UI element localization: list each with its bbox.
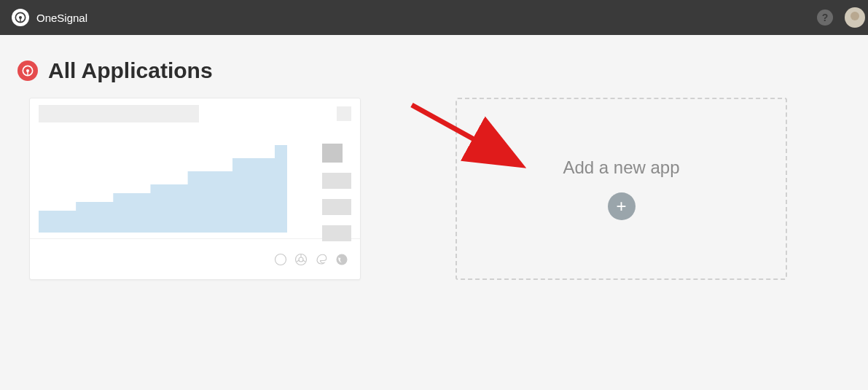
- blurred-stats: [322, 144, 351, 241]
- help-icon[interactable]: ?: [817, 9, 833, 26]
- chrome-icon: [294, 253, 308, 266]
- signal-icon: [22, 65, 34, 77]
- app-card-footer: [30, 238, 360, 279]
- svg-point-6: [275, 254, 286, 265]
- edge-icon: [315, 253, 328, 266]
- help-glyph: ?: [822, 12, 829, 23]
- blurred-block: [337, 106, 351, 121]
- onesignal-logo-icon: [12, 9, 29, 26]
- signal-icon: [15, 12, 26, 23]
- app-card-body: [30, 129, 360, 238]
- app-card-header: [30, 98, 360, 129]
- blurred-chart: [39, 145, 287, 233]
- topbar: OneSignal ?: [0, 0, 868, 35]
- topbar-right: ?: [817, 7, 856, 28]
- svg-point-12: [337, 254, 348, 265]
- add-app-button[interactable]: Add a new app +: [455, 98, 787, 280]
- svg-point-8: [299, 257, 303, 262]
- page-header: All Applications: [0, 35, 868, 98]
- firefox-icon: [335, 253, 348, 266]
- svg-rect-2: [20, 17, 20, 22]
- brand-area[interactable]: OneSignal: [12, 9, 87, 26]
- add-app-title: Add a new app: [563, 157, 679, 178]
- plus-icon: +: [608, 192, 636, 220]
- blurred-app-title: [39, 105, 199, 122]
- avatar[interactable]: [845, 7, 865, 28]
- brand-text: OneSignal: [36, 12, 87, 24]
- page-title: All Applications: [48, 58, 213, 83]
- safari-icon: [274, 253, 287, 266]
- svg-rect-5: [27, 70, 28, 75]
- apps-header-icon: [17, 61, 38, 81]
- app-card[interactable]: [29, 98, 361, 280]
- main-content: Add a new app +: [0, 98, 868, 280]
